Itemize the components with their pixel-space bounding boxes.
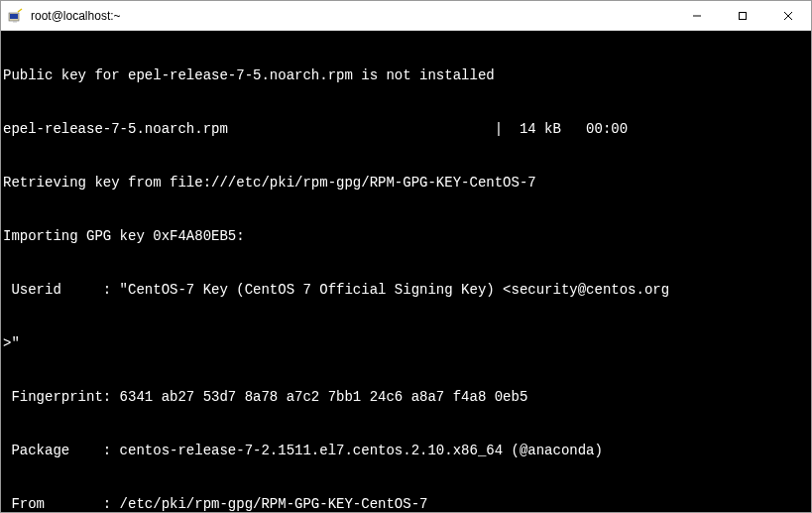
svg-rect-5 bbox=[740, 12, 747, 19]
terminal-line: Retrieving key from file:///etc/pki/rpm-… bbox=[3, 174, 809, 192]
minimize-button[interactable] bbox=[674, 1, 720, 30]
putty-icon bbox=[7, 8, 23, 24]
terminal-line: epel-release-7-5.noarch.rpm | 14 kB 00:0… bbox=[3, 120, 809, 138]
terminal-line: From : /etc/pki/rpm-gpg/RPM-GPG-KEY-Cent… bbox=[3, 495, 809, 512]
svg-rect-1 bbox=[10, 14, 18, 19]
putty-window: root@localhost:~ Public key for epel-rel… bbox=[0, 0, 812, 513]
terminal-line: Package : centos-release-7-2.1511.el7.ce… bbox=[3, 442, 809, 459]
close-button[interactable] bbox=[765, 1, 811, 30]
window-controls bbox=[674, 1, 811, 30]
maximize-button[interactable] bbox=[720, 1, 765, 30]
terminal-line: Public key for epel-release-7-5.noarch.r… bbox=[3, 66, 809, 84]
terminal-line: Userid : "CentOS-7 Key (CentOS 7 Officia… bbox=[3, 281, 809, 299]
titlebar[interactable]: root@localhost:~ bbox=[1, 1, 811, 31]
terminal[interactable]: Public key for epel-release-7-5.noarch.r… bbox=[1, 31, 811, 512]
svg-rect-2 bbox=[13, 21, 17, 23]
window-title: root@localhost:~ bbox=[29, 9, 674, 23]
svg-line-3 bbox=[18, 9, 22, 12]
terminal-line: Importing GPG key 0xF4A80EB5: bbox=[3, 227, 809, 245]
terminal-line: >" bbox=[3, 334, 809, 352]
terminal-line: Fingerprint: 6341 ab27 53d7 8a78 a7c2 7b… bbox=[3, 388, 809, 406]
